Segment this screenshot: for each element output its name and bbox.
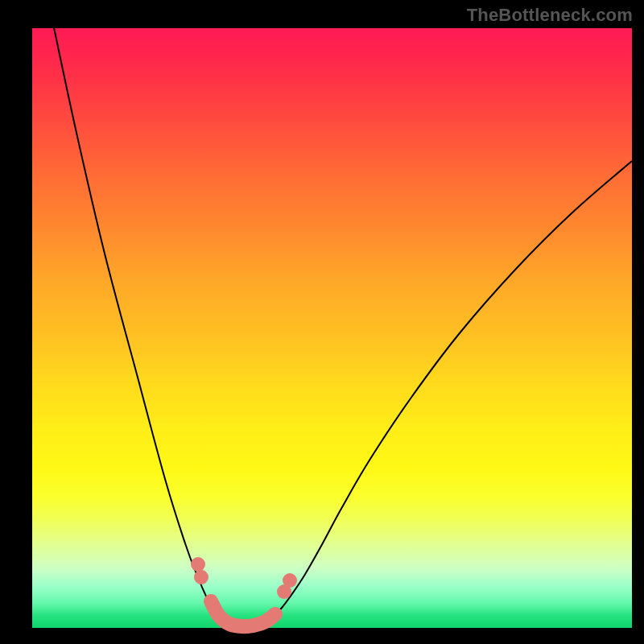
attribution-label: TheBottleneck.com [467, 5, 633, 26]
series-curve [52, 20, 632, 626]
chart-frame: TheBottleneck.com [0, 0, 644, 644]
bead-dot [283, 573, 297, 588]
chart-svg-layer [32, 28, 632, 628]
beads-group [191, 557, 297, 599]
bead-dot [191, 557, 205, 572]
bead-dot [194, 570, 208, 584]
bead-band [211, 601, 275, 626]
